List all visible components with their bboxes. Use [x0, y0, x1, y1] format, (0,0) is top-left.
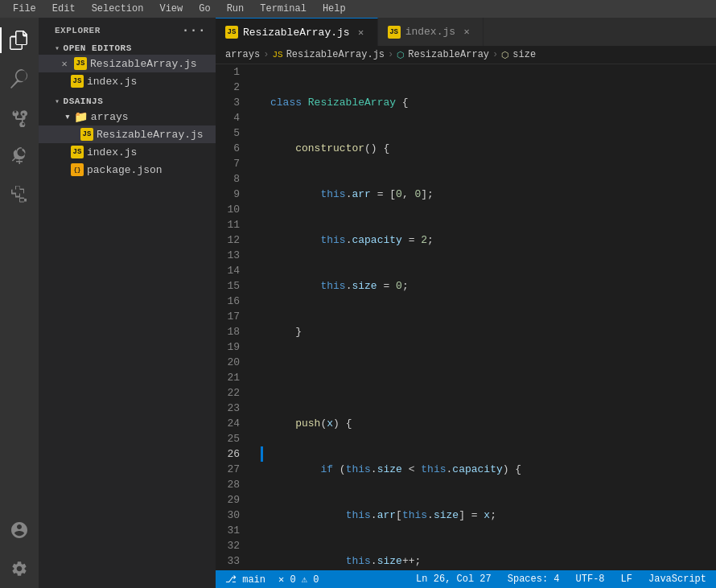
sidebar: Explorer ··· ▾ Open Editors ✕ JS Resizab… [39, 18, 216, 588]
open-file-index-label: index.js [87, 76, 137, 88]
menu-file[interactable]: File [6, 0, 43, 18]
line-numbers: 1 2 3 4 5 6 7 8 9 10 11 12 13 14 15 16 1 [216, 64, 256, 570]
menu-go[interactable]: Go [192, 0, 216, 18]
code-editor[interactable]: 1 2 3 4 5 6 7 8 9 10 11 12 13 14 15 16 1 [216, 64, 716, 570]
breadcrumb-method-icon: ⬡ [501, 50, 509, 60]
tab-index[interactable]: JS index.js ✕ [378, 18, 484, 46]
settings-icon[interactable] [0, 549, 39, 588]
breadcrumb: arrays › JS ResizableArray.js › ⬡ Resiza… [216, 46, 716, 64]
run-debug-icon[interactable] [0, 137, 39, 175]
main-layout: Explorer ··· ▾ Open Editors ✕ JS Resizab… [0, 18, 716, 588]
menu-selection[interactable]: Selection [85, 0, 150, 18]
sidebar-title: Explorer [55, 26, 101, 35]
folder-chevron: ▾ [55, 97, 60, 106]
menu-view[interactable]: View [153, 0, 189, 18]
sidebar-header: Explorer ··· [39, 18, 216, 40]
open-editors-toggle[interactable]: ▾ Open Editors [39, 40, 216, 55]
status-eol[interactable]: LF [618, 574, 636, 585]
ln-11: 11 [216, 217, 246, 232]
code-line-1: class ResizableArray { [270, 95, 716, 110]
close-resizable-icon[interactable]: ✕ [58, 57, 71, 70]
menu-terminal[interactable]: Terminal [253, 0, 313, 18]
ln-21: 21 [216, 370, 246, 385]
tab-index-close[interactable]: ✕ [460, 26, 473, 39]
ln-14: 14 [216, 263, 246, 278]
js-icon-resizable2: JS [80, 128, 93, 141]
source-control-icon[interactable] [0, 98, 39, 137]
open-file-index[interactable]: JS index.js [39, 72, 216, 90]
breadcrumb-filename[interactable]: ResizableArray.js [286, 49, 385, 60]
accounts-icon[interactable] [0, 511, 39, 549]
arrays-folder-icon: 📁 [74, 110, 88, 124]
code-content[interactable]: class ResizableArray { constructor() { t… [267, 64, 716, 570]
sidebar-more-button[interactable]: ··· [182, 24, 206, 37]
editor-area: JS ResizableArray.js ✕ JS index.js ✕ arr… [216, 18, 716, 588]
extensions-icon[interactable] [0, 175, 39, 214]
status-git-branch[interactable]: ⎇ main [222, 574, 269, 586]
status-language[interactable]: JavaScript [645, 574, 710, 585]
open-file-resizable-label: ResizableArray.js [90, 58, 197, 70]
ln-5: 5 [216, 125, 246, 141]
folder-arrays[interactable]: ▾ 📁 arrays [39, 108, 216, 125]
tab-resizable[interactable]: JS ResizableArray.js ✕ [216, 18, 378, 46]
breadcrumb-sep1: › [263, 49, 269, 60]
menu-bar: File Edit Selection View Go Run Terminal… [0, 0, 716, 18]
status-line-col[interactable]: Ln 26, Col 27 [413, 574, 495, 585]
ln-26: 26 [216, 446, 246, 462]
code-line-6: } [270, 324, 716, 339]
code-line-7 [270, 370, 716, 385]
code-line-9: if (this.size < this.capacity) { [270, 462, 716, 477]
arrays-chevron: ▾ [64, 110, 71, 123]
breadcrumb-class[interactable]: ResizableArray [408, 49, 489, 60]
menu-edit[interactable]: Edit [46, 0, 82, 18]
code-line-8: push(x) { [270, 416, 716, 431]
status-encoding[interactable]: UTF-8 [573, 574, 608, 585]
breadcrumb-class-icon: ⬡ [397, 50, 405, 60]
open-file-resizable[interactable]: ✕ JS ResizableArray.js [39, 55, 216, 72]
code-line-10: this.arr[this.size] = x; [270, 508, 716, 523]
ln-12: 12 [216, 232, 246, 248]
status-errors[interactable]: ✕ 0 ⚠ 0 [275, 574, 322, 586]
breadcrumb-js-icon: JS [272, 50, 282, 60]
ln-25: 25 [216, 431, 246, 446]
ln-24: 24 [216, 416, 246, 431]
ln-1: 1 [216, 64, 246, 80]
open-editors-section: ▾ Open Editors ✕ JS ResizableArray.js JS… [39, 40, 216, 90]
open-editors-chevron: ▾ [55, 43, 60, 53]
file-package-json[interactable]: {} package.json [39, 161, 216, 179]
status-bar: ⎇ main ✕ 0 ⚠ 0 Ln 26, Col 27 Spaces: 4 U… [216, 570, 716, 588]
activity-bar [0, 18, 39, 588]
folder-toggle[interactable]: ▾ DSAINJS [39, 93, 216, 108]
code-line-3: this.arr = [0, 0]; [270, 187, 716, 202]
menu-help[interactable]: Help [316, 0, 352, 18]
search-icon[interactable] [0, 60, 39, 98]
ln-31: 31 [216, 523, 246, 538]
js-icon-index2: JS [71, 146, 84, 158]
breadcrumb-method[interactable]: size [512, 49, 536, 60]
code-line-2: constructor() { [270, 141, 716, 156]
ln-29: 29 [216, 492, 246, 508]
menu-run[interactable]: Run [220, 0, 251, 18]
breadcrumb-sep2: › [388, 49, 393, 60]
ln-28: 28 [216, 477, 246, 492]
ln-8: 8 [216, 171, 246, 187]
status-indent[interactable]: Spaces: 4 [504, 574, 563, 585]
status-left: ⎇ main ✕ 0 ⚠ 0 [222, 574, 323, 586]
ln-20: 20 [216, 355, 246, 370]
code-line-5: this.size = 0; [270, 278, 716, 294]
js-icon-index: JS [71, 75, 84, 88]
ln-30: 30 [216, 508, 246, 523]
tab-js-icon-resizable: JS [225, 26, 238, 39]
ln-16: 16 [216, 294, 246, 309]
tab-resizable-close[interactable]: ✕ [355, 26, 368, 39]
ln-27: 27 [216, 462, 246, 477]
breadcrumb-arrays[interactable]: arrays [225, 49, 260, 60]
code-line-11: this.size++; [270, 553, 716, 569]
gutter [256, 64, 267, 570]
explorer-icon[interactable] [0, 21, 39, 60]
open-editors-label: Open Editors [64, 43, 132, 53]
file-index[interactable]: JS index.js [39, 143, 216, 161]
file-package-label: package.json [87, 164, 163, 176]
file-resizable[interactable]: JS ResizableArray.js [39, 125, 216, 143]
file-index-label: index.js [87, 146, 137, 158]
